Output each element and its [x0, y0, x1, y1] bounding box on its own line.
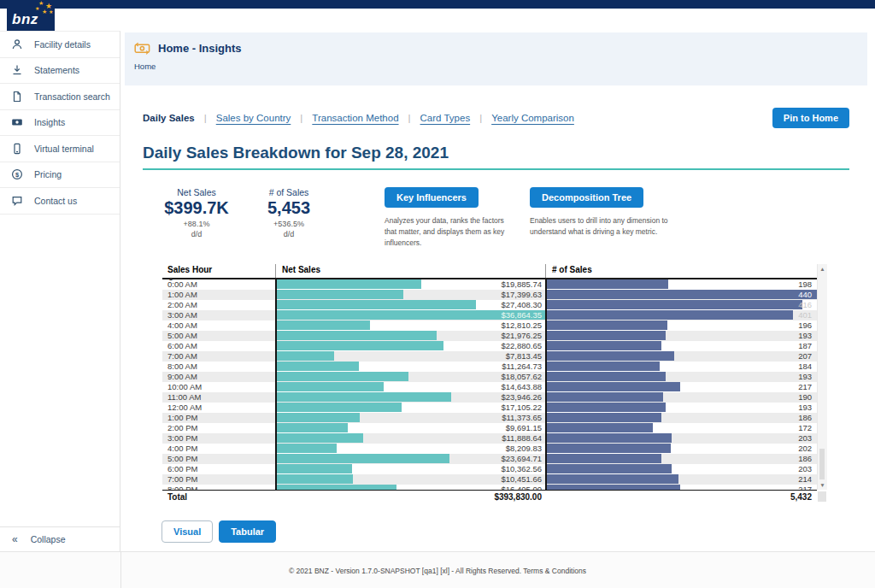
sidebar-item-pricing[interactable]: $Pricing	[0, 162, 120, 189]
sidebar-item-facility-details[interactable]: Facility details	[0, 32, 120, 58]
scrollbar-corner	[818, 491, 826, 502]
table-row[interactable]: 1:00 PM$11,373.65186	[162, 413, 817, 423]
sales-hour-cell: 5:00 PM	[162, 454, 275, 464]
table-row[interactable]: 2:00 PM$9,691.15172	[162, 423, 817, 433]
decomposition-tree-button[interactable]: Decomposition Tree	[530, 187, 643, 208]
sales-hour-cell: 4:00 AM	[162, 320, 275, 331]
table-row[interactable]: 7:00 AM$7,813.45207	[162, 351, 817, 362]
kpi-period: d/d	[156, 230, 238, 238]
key-influencers-button[interactable]: Key Influencers	[385, 187, 479, 208]
table-row[interactable]: 3:00 AM$36,864.35401	[162, 310, 817, 320]
visual-view-button[interactable]: Visual	[161, 520, 213, 543]
breadcrumb[interactable]: Home	[134, 62, 867, 71]
num-sales-value: 187	[798, 341, 812, 351]
net-sales-value: $21,976.25	[501, 331, 542, 341]
tab-transaction-method[interactable]: Transaction Method	[312, 113, 398, 123]
num-sales-bar	[547, 392, 663, 402]
table-body: 0:00 AM$19,885.741981:00 AM$17,399.63440…	[162, 279, 817, 490]
column-header-sales-hour[interactable]: Sales Hour ▲	[162, 264, 275, 278]
net-sales-cell: $14,643.88	[275, 382, 545, 392]
table-row[interactable]: 7:00 PM$10,451.66214	[162, 474, 817, 485]
pin-to-home-button[interactable]: Pin to Home	[772, 108, 849, 128]
table-row[interactable]: 5:00 AM$21,976.25193	[162, 331, 817, 341]
table-row[interactable]: 4:00 AM$12,810.25196	[162, 320, 817, 331]
table-row[interactable]: 2:00 AM$27,408.30416	[162, 300, 817, 310]
tab-daily-sales[interactable]: Daily Sales	[143, 113, 195, 123]
num-sales-value: 203	[798, 433, 812, 444]
sales-hour-cell: 1:00 AM	[162, 290, 275, 300]
net-sales-bar	[277, 341, 443, 350]
net-sales-value: $7,813.45	[506, 351, 542, 362]
sidebar-item-insights[interactable]: Insights	[0, 110, 120, 137]
net-sales-bar	[277, 474, 353, 484]
table-row[interactable]: 3:00 PM$11,888.64203	[162, 433, 817, 444]
num-sales-bar	[547, 382, 680, 391]
sidebar-item-transaction-search[interactable]: Transaction search	[0, 84, 120, 110]
table-row[interactable]: 6:00 AM$22,880.65187	[162, 341, 817, 351]
speech-bubble-icon	[11, 195, 23, 207]
tabular-view-button[interactable]: Tabular	[219, 520, 276, 543]
table-row[interactable]: 9:00 AM$18,057.62193	[162, 372, 817, 382]
column-header-num-sales[interactable]: # of Sales	[545, 264, 817, 278]
num-sales-bar	[547, 413, 661, 422]
net-sales-cell: $16,405.00	[275, 485, 545, 490]
net-sales-value: $27,408.30	[501, 300, 542, 310]
report-tabs: Daily Sales|Sales by Country|Transaction…	[143, 108, 849, 128]
tab-card-types[interactable]: Card Types	[420, 113, 471, 123]
tab-yearly-comparison[interactable]: Yearly Comparison	[491, 113, 574, 123]
kpi-label: Net Sales	[156, 187, 238, 197]
num-sales-value: 401	[798, 310, 812, 320]
num-sales-cell: 193	[545, 372, 817, 382]
net-sales-value: $14,643.88	[501, 382, 542, 392]
net-sales-cell: $18,057.62	[275, 372, 545, 382]
num-sales-cell: 193	[545, 403, 817, 413]
sales-hour-cell: 9:00 AM	[162, 372, 275, 382]
double-chevron-left-icon: «	[12, 533, 18, 545]
table-row[interactable]: 12:00 AM$17,105.22193	[162, 403, 817, 413]
scroll-down-icon[interactable]: ▼	[818, 482, 827, 488]
table-row[interactable]: 5:00 PM$23,694.71186	[162, 454, 817, 464]
sidebar-item-contact-us[interactable]: Contact us	[0, 188, 120, 215]
num-sales-value: 190	[798, 392, 812, 403]
table-row[interactable]: 11:00 AM$23,946.26190	[162, 392, 817, 403]
net-sales-value: $12,810.25	[501, 320, 542, 331]
sales-hour-cell: 12:00 AM	[162, 403, 275, 413]
kpi-value: 5,453	[248, 198, 330, 218]
num-sales-cell: 203	[545, 433, 817, 444]
bnz-logo: bnz ★ ★ ★ ★ ★	[7, 0, 55, 31]
sidebar-item-statements[interactable]: Statements	[0, 58, 120, 85]
sidebar-item-virtual-terminal[interactable]: Virtual terminal	[0, 136, 120, 162]
table-total-row: Total $393,830.00 5,432	[162, 490, 817, 503]
tab-sales-by-country[interactable]: Sales by Country	[216, 113, 291, 123]
num-sales-value: 172	[798, 423, 812, 433]
table-row[interactable]: 0:00 AM$19,885.74198	[162, 279, 817, 290]
num-sales-cell: 416	[545, 300, 817, 310]
table-scrollbar[interactable]: ▲ ▼	[817, 264, 827, 490]
insight-key-influencers: Key InfluencersAnalyzes your data, ranks…	[385, 187, 518, 250]
column-header-net-sales[interactable]: Net Sales	[275, 264, 545, 278]
star-icon: ★	[38, 0, 44, 6]
table-row[interactable]: 1:00 AM$17,399.63440	[162, 290, 817, 300]
num-sales-bar	[547, 485, 680, 490]
num-sales-cell: 207	[545, 351, 817, 362]
num-sales-bar	[547, 454, 661, 463]
num-sales-bar	[547, 403, 666, 412]
table-row[interactable]: 10:00 AM$14,643.88217	[162, 382, 817, 392]
scrollbar-thumb[interactable]	[819, 449, 825, 479]
star-icon: ★	[49, 9, 53, 15]
table-row[interactable]: 6:00 PM$10,362.56203	[162, 464, 817, 474]
footer-text: © 2021 BNZ - Version 1.7.0-SNAPSHOT [qa1…	[289, 567, 586, 588]
num-sales-bar	[547, 423, 653, 432]
net-sales-value: $11,373.65	[502, 413, 542, 423]
net-sales-cell: $9,691.15	[275, 423, 545, 433]
num-sales-value: 184	[798, 362, 812, 372]
sidebar-collapse-button[interactable]: « Collapse	[0, 526, 120, 551]
scroll-up-icon[interactable]: ▲	[818, 266, 827, 272]
table-row[interactable]: 8:00 PM$16,405.00217	[162, 485, 817, 490]
table-row[interactable]: 4:00 PM$8,209.83202	[162, 444, 817, 454]
num-sales-value: 207	[798, 351, 812, 362]
star-icon: ★	[42, 9, 47, 15]
net-sales-cell: $22,880.65	[275, 341, 545, 351]
kpi-delta: +536.5%	[248, 220, 330, 228]
table-row[interactable]: 8:00 AM$11,264.73184	[162, 362, 817, 372]
